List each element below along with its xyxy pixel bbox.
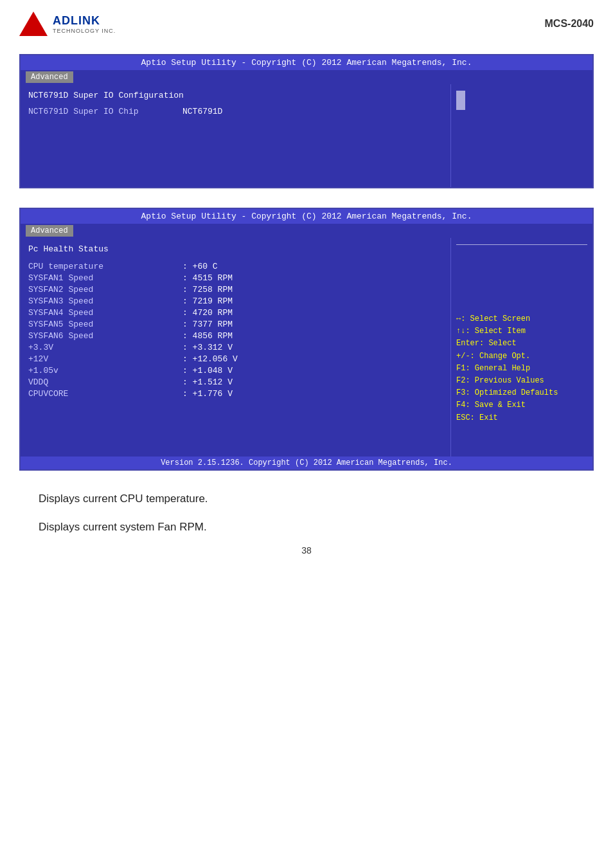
bios2-help-line-3: +/-: Change Opt. xyxy=(456,350,587,363)
bios2-row-label-4: SYSFAN4 Speed xyxy=(28,308,182,318)
bios1-tab-bar: Advanced xyxy=(21,70,592,84)
page-number: 38 xyxy=(0,539,613,568)
bios1-section-title: NCT6791D Super IO Configuration xyxy=(28,91,443,100)
bios2-help-line-4: F1: General Help xyxy=(456,363,587,375)
bios2-help-line-0: ↔: Select Screen xyxy=(456,313,587,325)
bios2-help-line-2: Enter: Select xyxy=(456,338,587,350)
bios2-help-line-5: F2: Previous Values xyxy=(456,375,587,387)
bios2-help: ↔: Select Screen↑↓: Select ItemEnter: Se… xyxy=(456,249,587,424)
bios2-help-line-1: ↑↓: Select Item xyxy=(456,325,587,338)
bios1-scrollbar-thumb xyxy=(456,91,465,110)
bios2-row-label-0: CPU temperature xyxy=(28,262,182,271)
bios2-help-line-6: F3: Optimized Defaults xyxy=(456,387,587,399)
bios2-row-label-6: SYSFAN6 Speed xyxy=(28,331,182,341)
bios2-row-2: SYSFAN2 Speed: 7258 RPM xyxy=(28,285,443,294)
sidebar-divider xyxy=(456,244,587,245)
bios2-sidebar: ↔: Select Screen↑↓: Select ItemEnter: Se… xyxy=(451,238,592,457)
bios2-row-value-5: : 7377 RPM xyxy=(182,320,233,329)
bios1-content: NCT6791D Super IO Configuration NCT6791D… xyxy=(21,84,592,187)
bios2-row-9: +1.05v: +1.048 V xyxy=(28,366,443,375)
bios2-footer: Version 2.15.1236. Copyright (C) 2012 Am… xyxy=(21,457,592,469)
bios2-row-5: SYSFAN5 Speed: 7377 RPM xyxy=(28,320,443,329)
bios1-main: NCT6791D Super IO Configuration NCT6791D… xyxy=(21,84,451,187)
bios-screen-2: Aptio Setup Utility - Copyright (C) 2012… xyxy=(19,208,594,471)
bios2-row-label-10: VDDQ xyxy=(28,377,182,387)
bios2-row-7: +3.3V: +3.312 V xyxy=(28,343,443,352)
bios2-row-label-5: SYSFAN5 Speed xyxy=(28,320,182,329)
bios2-row-label-1: SYSFAN1 Speed xyxy=(28,273,182,283)
bios2-header: Aptio Setup Utility - Copyright (C) 2012… xyxy=(21,209,592,224)
bios2-row-label-3: SYSFAN3 Speed xyxy=(28,296,182,306)
model-number: MCS-2040 xyxy=(545,18,594,30)
desc-cpu-temp: Displays current CPU temperature. xyxy=(0,482,613,511)
logo-subtitle: TECHNOLOGY INC. xyxy=(53,28,116,34)
bios2-help-line-8: ESC: Exit xyxy=(456,412,587,424)
logo-text: ADLINK TECHNOLOGY INC. xyxy=(53,14,116,34)
bios2-row-3: SYSFAN3 Speed: 7219 RPM xyxy=(28,296,443,306)
bios2-help-line-7: F4: Save & Exit xyxy=(456,399,587,411)
bios2-row-value-3: : 7219 RPM xyxy=(182,296,233,306)
bios-screen-1: Aptio Setup Utility - Copyright (C) 2012… xyxy=(19,54,594,188)
bios1-chip-label: NCT6791D Super IO Chip xyxy=(28,107,182,116)
bios2-row-0: CPU temperature: +60 C xyxy=(28,262,443,271)
bios2-row-label-8: +12V xyxy=(28,354,182,364)
page-header: ADLINK TECHNOLOGY INC. MCS-2040 xyxy=(0,0,613,42)
bios2-row-11: CPUVCORE: +1.776 V xyxy=(28,389,443,399)
bios2-row-value-6: : 4856 RPM xyxy=(182,331,233,341)
bios1-chip-value: NCT6791D xyxy=(182,107,222,116)
bios2-content: Pc Health Status CPU temperature: +60 CS… xyxy=(21,238,592,457)
bios1-header: Aptio Setup Utility - Copyright (C) 2012… xyxy=(21,55,592,70)
bios2-advanced-tab[interactable]: Advanced xyxy=(26,225,73,237)
bios2-row-label-7: +3.3V xyxy=(28,343,182,352)
bios2-row-1: SYSFAN1 Speed: 4515 RPM xyxy=(28,273,443,283)
bios2-row-label-2: SYSFAN2 Speed xyxy=(28,285,182,294)
bios2-row-value-0: : +60 C xyxy=(182,262,218,271)
bios2-rows: CPU temperature: +60 CSYSFAN1 Speed: 451… xyxy=(28,262,443,399)
bios2-row-value-7: : +3.312 V xyxy=(182,343,233,352)
bios2-tab-bar: Advanced xyxy=(21,224,592,238)
bios2-row-value-9: : +1.048 V xyxy=(182,366,233,375)
bios2-row-4: SYSFAN4 Speed: 4720 RPM xyxy=(28,308,443,318)
bios2-row-value-1: : 4515 RPM xyxy=(182,273,233,283)
logo-adlink: ADLINK xyxy=(53,14,116,28)
bios2-row-value-10: : +1.512 V xyxy=(182,377,233,387)
desc-fan-rpm: Displays current system Fan RPM. xyxy=(0,511,613,539)
bios1-advanced-tab[interactable]: Advanced xyxy=(26,71,73,83)
bios2-row-value-11: : +1.776 V xyxy=(182,389,233,399)
bios2-section-title: Pc Health Status xyxy=(28,244,443,254)
bios2-row-10: VDDQ: +1.512 V xyxy=(28,377,443,387)
bios2-row-label-9: +1.05v xyxy=(28,366,182,375)
bios2-row-value-4: : 4720 RPM xyxy=(182,308,233,318)
bios2-row-8: +12V: +12.056 V xyxy=(28,354,443,364)
bios1-sidebar xyxy=(451,84,592,187)
bios2-row-6: SYSFAN6 Speed: 4856 RPM xyxy=(28,331,443,341)
bios2-row-value-2: : 7258 RPM xyxy=(182,285,233,294)
logo-triangle-icon xyxy=(19,12,48,36)
bios2-main: Pc Health Status CPU temperature: +60 CS… xyxy=(21,238,451,457)
logo-area: ADLINK TECHNOLOGY INC. xyxy=(19,12,116,36)
bios2-row-value-8: : +12.056 V xyxy=(182,354,238,364)
bios2-row-label-11: CPUVCORE xyxy=(28,389,182,399)
bios1-row-chip: NCT6791D Super IO Chip NCT6791D xyxy=(28,107,443,116)
